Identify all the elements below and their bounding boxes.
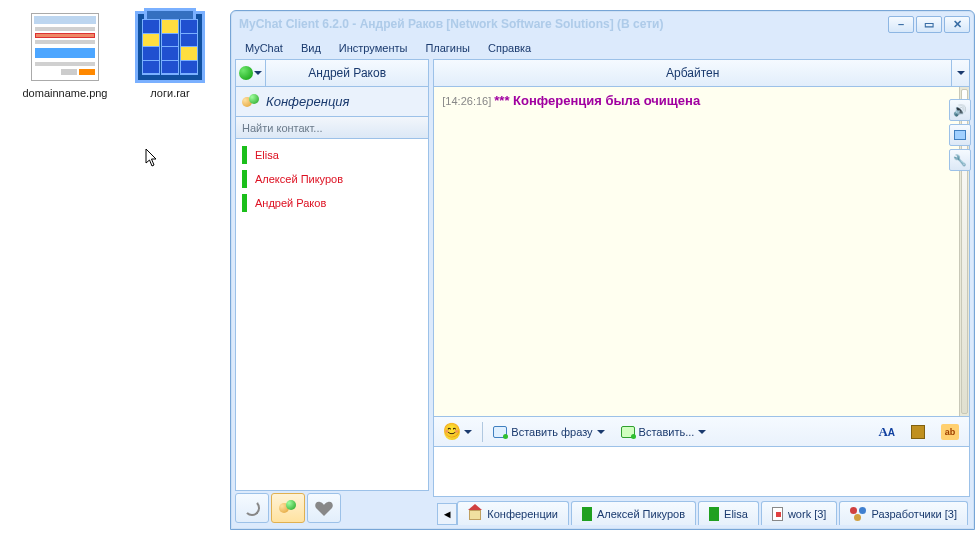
online-bar-icon — [242, 170, 247, 188]
insert-phrase-button[interactable]: Вставить фразу — [487, 421, 610, 443]
menu-mychat[interactable]: MyChat — [237, 39, 291, 57]
spellcheck-button[interactable]: ab — [935, 421, 965, 443]
tab-work[interactable]: work [3] — [761, 501, 838, 525]
desktop-file-logs-rar[interactable]: логи.rar — [125, 12, 215, 100]
tab-developers[interactable]: Разработчики [3] — [839, 501, 968, 525]
window-title: MyChat Client 6.2.0 - Андрей Раков [Netw… — [239, 17, 888, 31]
font-button[interactable]: AA — [872, 421, 901, 443]
chevron-down-icon — [698, 430, 706, 434]
current-user-name: Андрей Раков — [266, 66, 428, 80]
user-header: Андрей Раков — [235, 59, 429, 87]
contact-name: Elisa — [255, 149, 279, 161]
people-icon — [279, 500, 297, 516]
desktop-file-label: логи.rar — [125, 86, 215, 100]
dropdown-arrow-icon — [254, 71, 262, 75]
abc-icon: ab — [941, 424, 959, 440]
insert-phrase-label: Вставить фразу — [511, 426, 592, 438]
insert-button[interactable]: Вставить... — [615, 421, 713, 443]
footer-tab-all[interactable] — [235, 493, 269, 523]
online-bar-icon — [242, 194, 247, 212]
tab-user-elisa[interactable]: Elisa — [698, 501, 759, 525]
status-button[interactable] — [236, 60, 266, 86]
footer-tab-favorites[interactable] — [307, 493, 341, 523]
search-contact-input[interactable]: Найти контакт... — [235, 117, 429, 139]
conference-icon — [242, 94, 260, 110]
system-message: *** Конференция была очищена — [494, 93, 700, 108]
status-online-icon — [239, 66, 253, 80]
archive-icon — [135, 12, 205, 82]
document-icon — [772, 507, 783, 521]
left-footer-tabs — [235, 491, 429, 525]
left-panel: Андрей Раков Конференция Найти контакт..… — [235, 59, 429, 525]
tab-label: work [3] — [788, 508, 827, 520]
menu-tools[interactable]: Инструменты — [331, 39, 416, 57]
menu-view[interactable]: Вид — [293, 39, 329, 57]
mychat-window: MyChat Client 6.2.0 - Андрей Раков [Netw… — [230, 10, 975, 530]
minimize-button[interactable]: – — [888, 16, 914, 33]
mouse-cursor-icon — [145, 148, 159, 168]
chevron-down-icon — [597, 430, 605, 434]
menubar: MyChat Вид Инструменты Плагины Справка — [231, 37, 974, 59]
emoji-button[interactable] — [438, 421, 478, 443]
desktop-file-label: domainname.png — [20, 86, 110, 100]
right-panel: Арбайтен [14:26:16] *** Конференция была… — [433, 59, 970, 525]
side-tools: 🔊 🔧 — [949, 99, 971, 171]
menu-help[interactable]: Справка — [480, 39, 539, 57]
online-bar-icon — [242, 146, 247, 164]
close-button[interactable]: ✕ — [944, 16, 970, 33]
phrase-icon — [493, 426, 507, 438]
insert-icon — [621, 426, 635, 438]
conference-row[interactable]: Конференция — [235, 87, 429, 117]
wrench-icon: 🔧 — [953, 154, 967, 167]
image-thumbnail-icon — [30, 12, 100, 82]
tab-label: Разработчики [3] — [871, 508, 957, 520]
footer-tab-people[interactable] — [271, 493, 305, 523]
tab-label: Алексей Пикуров — [597, 508, 685, 520]
emoji-icon — [444, 424, 460, 440]
tab-label: Конференции — [487, 508, 558, 520]
font-icon: AA — [878, 424, 895, 440]
menu-plugins[interactable]: Плагины — [417, 39, 478, 57]
monitor-icon — [954, 130, 966, 140]
chat-body: [14:26:16] *** Конференция была очищена — [433, 87, 970, 417]
message-timestamp: [14:26:16] — [442, 95, 491, 107]
search-placeholder: Найти контакт... — [242, 122, 323, 134]
save-button[interactable] — [905, 421, 931, 443]
speaker-icon: 🔊 — [953, 104, 967, 117]
contact-item[interactable]: Elisa — [238, 143, 426, 167]
contact-name: Андрей Раков — [255, 197, 326, 209]
tab-label: Elisa — [724, 508, 748, 520]
channel-title: Арбайтен — [434, 66, 951, 80]
conference-label: Конференция — [266, 94, 350, 109]
screen-button[interactable] — [949, 124, 971, 146]
separator — [482, 422, 483, 442]
message-input[interactable] — [433, 447, 970, 497]
contact-name: Алексей Пикуров — [255, 173, 343, 185]
desktop-file-domainname[interactable]: domainname.png — [20, 12, 110, 100]
tool-button[interactable]: 🔧 — [949, 149, 971, 171]
home-icon — [468, 508, 482, 520]
group-icon — [850, 507, 866, 521]
heart-icon — [315, 500, 333, 516]
contact-item[interactable]: Андрей Раков — [238, 191, 426, 215]
floppy-icon — [911, 425, 925, 439]
channel-dropdown-button[interactable] — [951, 60, 969, 86]
chevron-down-icon — [464, 430, 472, 434]
channel-header: Арбайтен — [433, 59, 970, 87]
chevron-down-icon — [957, 71, 965, 75]
maximize-button[interactable]: ▭ — [916, 16, 942, 33]
person-icon — [709, 507, 719, 521]
contact-list: Elisa Алексей Пикуров Андрей Раков — [235, 139, 429, 491]
chat-messages[interactable]: [14:26:16] *** Конференция была очищена — [434, 87, 959, 416]
bottom-tabs: ◄ Конференции Алексей Пикуров Elisa work… — [433, 497, 970, 525]
spiral-icon — [244, 500, 260, 516]
tab-user-pikurov[interactable]: Алексей Пикуров — [571, 501, 696, 525]
contact-item[interactable]: Алексей Пикуров — [238, 167, 426, 191]
titlebar[interactable]: MyChat Client 6.2.0 - Андрей Раков [Netw… — [231, 11, 974, 37]
insert-label: Вставить... — [639, 426, 695, 438]
tab-conferences[interactable]: Конференции — [457, 501, 569, 525]
person-icon — [582, 507, 592, 521]
sound-button[interactable]: 🔊 — [949, 99, 971, 121]
message-toolbar: Вставить фразу Вставить... AA ab — [433, 417, 970, 447]
tab-scroll-left[interactable]: ◄ — [437, 503, 457, 525]
